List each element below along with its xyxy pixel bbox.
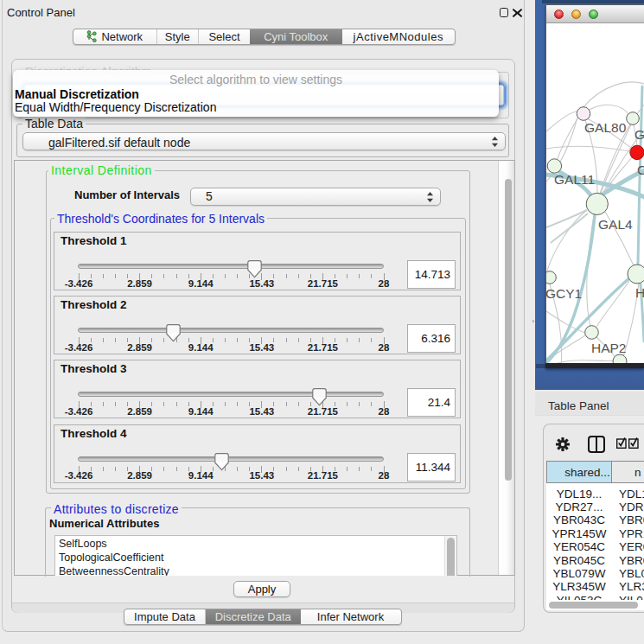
- svg-text:GAL80: GAL80: [584, 120, 627, 135]
- svg-text:HAP2: HAP2: [591, 341, 627, 355]
- svg-text:GAL4: GAL4: [598, 217, 633, 232]
- svg-text:GAL11: GAL11: [554, 172, 595, 187]
- svg-text:H: H: [635, 285, 644, 300]
- svg-text:G: G: [634, 127, 644, 142]
- svg-text:C: C: [637, 163, 644, 177]
- svg-text:GCY1: GCY1: [546, 286, 582, 301]
